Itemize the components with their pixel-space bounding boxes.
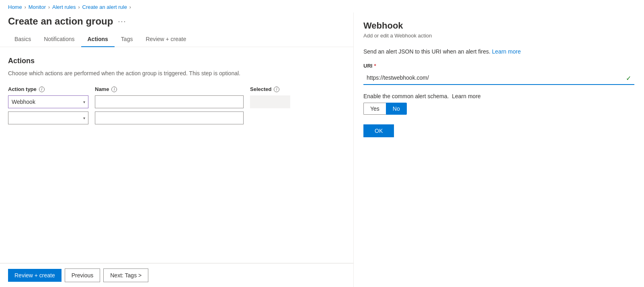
tab-actions[interactable]: Actions bbox=[81, 32, 115, 47]
tab-review-create[interactable]: Review + create bbox=[139, 32, 193, 47]
uri-input[interactable] bbox=[363, 71, 634, 85]
action-type-dropdown-2[interactable]: Webhook Email/SMS/Push/Voice Azure Funct… bbox=[8, 111, 88, 124]
breadcrumb-home[interactable]: Home bbox=[8, 4, 22, 10]
action-name-input-1[interactable] bbox=[95, 95, 244, 108]
next-tags-button[interactable]: Next: Tags > bbox=[103, 268, 148, 282]
actions-table: Action type i Name i Selected i bbox=[8, 86, 345, 124]
action-type-dropdown-1[interactable]: Webhook Email/SMS/Push/Voice Azure Funct… bbox=[8, 95, 88, 108]
selected-cell-1 bbox=[250, 95, 290, 108]
breadcrumb: Home › Monitor › Alert rules › Create an… bbox=[0, 0, 644, 12]
tab-notifications[interactable]: Notifications bbox=[37, 32, 81, 47]
webhook-title: Webhook bbox=[363, 21, 634, 31]
action-type-info-icon[interactable]: i bbox=[39, 87, 45, 92]
common-schema-toggle: Yes No bbox=[363, 103, 634, 115]
actions-section-desc: Choose which actions are performed when … bbox=[8, 70, 345, 76]
breadcrumb-create-alert-rule[interactable]: Create an alert rule bbox=[82, 4, 127, 10]
col-header-name: Name bbox=[95, 86, 109, 92]
table-row: Webhook Email/SMS/Push/Voice Azure Funct… bbox=[8, 111, 345, 124]
toggle-no[interactable]: No bbox=[386, 103, 407, 115]
footer: Review + create Previous Next: Tags > bbox=[0, 263, 353, 287]
page-title: Create an action group bbox=[8, 16, 113, 27]
actions-section-title: Actions bbox=[8, 57, 345, 65]
schema-label: Enable the common alert schema. bbox=[363, 93, 449, 99]
uri-valid-icon: ✓ bbox=[626, 74, 631, 82]
col-header-action-type: Action type bbox=[8, 86, 37, 92]
tab-bar: Basics Notifications Actions Tags Review… bbox=[0, 32, 353, 47]
webhook-description: Send an alert JSON to this URI when an a… bbox=[363, 48, 634, 55]
learn-more-link-2[interactable]: Learn more bbox=[452, 93, 481, 99]
table-row: Webhook Email/SMS/Push/Voice Azure Funct… bbox=[8, 95, 345, 108]
webhook-panel: Webhook Add or edit a Webhook action Sen… bbox=[354, 12, 644, 287]
webhook-subtitle: Add or edit a Webhook action bbox=[363, 33, 634, 39]
previous-button[interactable]: Previous bbox=[65, 268, 100, 282]
action-name-input-2[interactable] bbox=[95, 111, 244, 124]
toggle-yes[interactable]: Yes bbox=[363, 103, 386, 115]
required-indicator: * bbox=[374, 63, 376, 69]
uri-label: URI * bbox=[363, 63, 634, 69]
selected-info-icon[interactable]: i bbox=[274, 87, 279, 92]
ok-button[interactable]: OK bbox=[363, 124, 394, 137]
name-info-icon[interactable]: i bbox=[111, 87, 117, 92]
tab-tags[interactable]: Tags bbox=[115, 32, 139, 47]
breadcrumb-monitor[interactable]: Monitor bbox=[29, 4, 46, 10]
review-create-button[interactable]: Review + create bbox=[8, 269, 62, 282]
tab-basics[interactable]: Basics bbox=[8, 32, 37, 47]
ellipsis-button[interactable]: ··· bbox=[118, 17, 126, 26]
col-header-selected: Selected bbox=[250, 86, 271, 92]
breadcrumb-alert-rules[interactable]: Alert rules bbox=[52, 4, 76, 10]
learn-more-link-1[interactable]: Learn more bbox=[492, 48, 521, 55]
